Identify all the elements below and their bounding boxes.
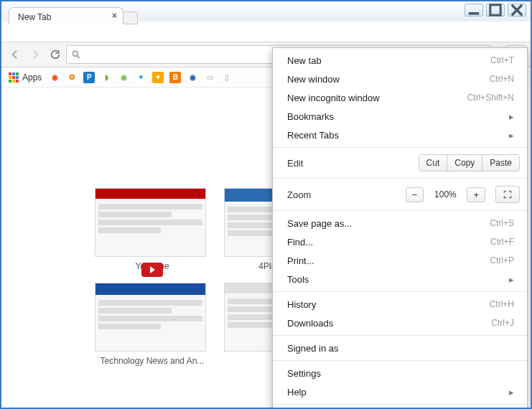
reload-button[interactable] <box>46 45 65 64</box>
menu-edit-row: Edit Cut Copy Paste <box>273 151 527 175</box>
menu-history[interactable]: HistoryCtrl+H <box>273 295 527 314</box>
menu-separator <box>273 147 527 148</box>
copy-button[interactable]: Copy <box>447 155 482 171</box>
chevron-right-icon: ▸ <box>509 111 514 122</box>
menu-separator <box>273 210 527 211</box>
apps-button[interactable]: Apps <box>9 72 42 83</box>
page-icon[interactable]: ▭ <box>204 72 215 83</box>
menu-incognito[interactable]: New incognito windowCtrl+Shift+N <box>273 88 527 107</box>
zoom-out-button[interactable]: − <box>406 187 424 202</box>
android-green-icon[interactable]: ◗ <box>101 72 112 83</box>
thumbnail-preview <box>95 188 206 257</box>
zoom-in-button[interactable]: + <box>467 187 485 202</box>
chevron-right-icon: ▸ <box>509 274 514 285</box>
apps-label: Apps <box>22 72 42 83</box>
search-icon <box>71 50 81 60</box>
svg-rect-1 <box>490 5 500 15</box>
most-visited-tile[interactable]: Technology News and An... <box>95 283 210 366</box>
lightning-icon[interactable]: ✦ <box>152 72 164 83</box>
menu-find[interactable]: Find...Ctrl+F <box>273 232 527 251</box>
svg-point-4 <box>73 51 78 56</box>
share-icon[interactable]: ✦ <box>135 72 146 83</box>
maximize-button[interactable] <box>486 4 505 17</box>
menu-separator <box>273 404 527 405</box>
blogger-icon[interactable]: B <box>169 72 181 83</box>
thumbnail-label: Technology News and An... <box>95 356 210 366</box>
edit-button-group: Cut Copy Paste <box>419 154 520 171</box>
menu-settings[interactable]: Settings <box>273 364 527 382</box>
menu-separator <box>273 360 527 361</box>
menu-print[interactable]: Print...Ctrl+P <box>273 251 527 270</box>
cut-button[interactable]: Cut <box>419 155 447 171</box>
zoom-label: Zoom <box>287 189 400 200</box>
forward-button[interactable] <box>26 45 45 64</box>
most-visited-tile[interactable]: YouTube <box>95 188 210 271</box>
menu-separator <box>273 291 527 292</box>
paste-button[interactable]: Paste <box>482 155 519 171</box>
tab-strip: New Tab × <box>9 7 138 24</box>
chevron-right-icon: ▸ <box>509 387 514 398</box>
menu-downloads[interactable]: DownloadsCtrl+J <box>273 314 527 332</box>
menu-zoom-row: Zoom − 100% + <box>273 182 527 207</box>
edit-label: Edit <box>287 158 413 169</box>
menu-signed-in[interactable]: Signed in as <box>273 339 527 357</box>
menu-tools[interactable]: Tools▸ <box>273 270 527 288</box>
close-button[interactable] <box>508 4 526 17</box>
apps-grid-icon <box>9 72 19 83</box>
firefox-icon[interactable]: ◉ <box>187 72 198 83</box>
menu-save-page[interactable]: Save page as...Ctrl+S <box>273 214 527 232</box>
pandora-icon[interactable]: P <box>83 72 95 83</box>
chrome-menu: New tabCtrl+T New windowCtrl+N New incog… <box>272 47 528 409</box>
page2-icon[interactable]: ▯ <box>221 72 233 83</box>
menu-new-window[interactable]: New windowCtrl+N <box>273 70 527 88</box>
tab-newtab[interactable]: New Tab × <box>9 7 123 24</box>
reddit-icon[interactable]: ◉ <box>49 72 60 83</box>
menu-separator <box>273 335 527 336</box>
minimize-button[interactable] <box>465 4 483 17</box>
new-tab-button[interactable] <box>123 11 138 24</box>
menu-bookmarks[interactable]: Bookmarks▸ <box>273 107 527 126</box>
menu-recent-tabs[interactable]: Recent Tabs▸ <box>273 126 527 144</box>
thumbnail-preview <box>95 283 206 352</box>
menu-separator <box>273 178 527 179</box>
menu-new-tab[interactable]: New tabCtrl+T <box>273 51 527 70</box>
swirl-icon[interactable]: ❂ <box>66 72 78 83</box>
zoom-value: 100% <box>429 189 461 199</box>
tab-title: New Tab <box>18 12 51 22</box>
tab-close-icon[interactable]: × <box>112 11 117 21</box>
fullscreen-icon <box>503 189 513 199</box>
svg-line-5 <box>77 55 79 57</box>
play-icon <box>141 263 163 277</box>
chevron-right-icon: ▸ <box>509 130 514 141</box>
android-robot-icon[interactable]: ◉ <box>118 72 129 83</box>
back-button[interactable] <box>6 45 24 64</box>
menu-help[interactable]: Help▸ <box>273 382 527 401</box>
fullscreen-button[interactable] <box>495 186 520 203</box>
